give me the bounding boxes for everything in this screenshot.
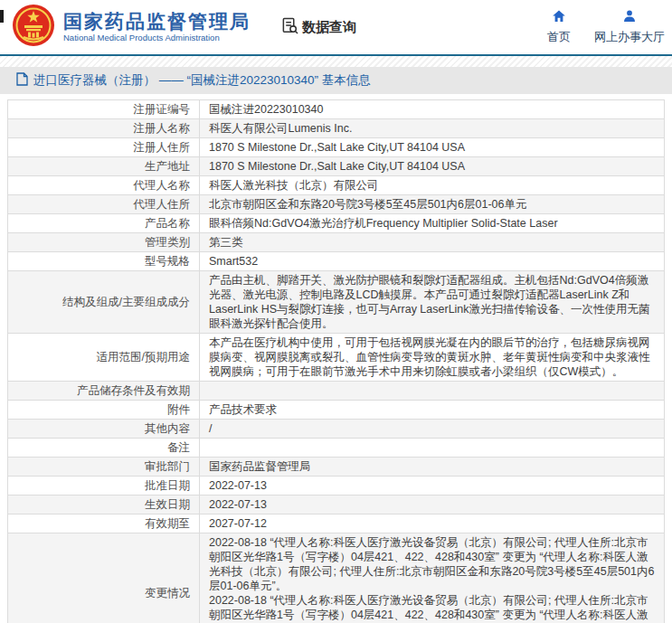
row-label: 型号规格: [8, 252, 200, 271]
nav-home-label: 首页: [547, 29, 571, 45]
row-value: 产品由主机、脚踏开关、激光防护眼镜和裂隙灯适配器组成。主机包括Nd:GdVO4倍…: [200, 271, 665, 334]
row-value: [200, 382, 665, 401]
home-icon: [552, 9, 566, 26]
table-row: 注册证编号国械注进20223010340: [8, 100, 665, 119]
table-row: 其他内容/: [8, 420, 665, 439]
row-value: 2022-07-13: [200, 477, 665, 496]
org-name-en: National Medical Products Administration: [63, 33, 251, 43]
national-emblem-icon: [11, 3, 56, 52]
row-value: 北京市朝阳区金和东路20号院3号楼5至45层501内6层01-06单元: [200, 195, 665, 214]
table-row: 结构及组成/主要组成成分产品由主机、脚踏开关、激光防护眼镜和裂隙灯适配器组成。主…: [8, 271, 665, 334]
main-content: 注册证编号国械注进20223010340注册人名称科医人有限公司Lumenis …: [0, 94, 672, 623]
table-row: 型号规格Smart532: [8, 252, 665, 271]
nav-home[interactable]: 首页: [547, 9, 571, 45]
row-label: 注册人名称: [8, 119, 200, 138]
row-label: 审批部门: [8, 458, 200, 477]
row-label: 产品储存条件及有效期: [8, 382, 200, 401]
page-doc-icon: [16, 72, 28, 90]
document-search-icon: [281, 17, 298, 37]
row-label: 其他内容: [8, 420, 200, 439]
breadcrumb: 进口医疗器械（注册） —— “国械注进20223010340” 基本信息: [0, 67, 672, 94]
hatch-divider: [0, 56, 672, 67]
person-icon: [622, 9, 637, 26]
row-value: 国家药品监督管理局: [200, 458, 665, 477]
row-value: 本产品在医疗机构中使用，可用于包括视网膜光凝在内的眼后节的治疗，包括糖尿病视网膜…: [200, 334, 665, 382]
table-row: 附件产品技术要求: [8, 401, 665, 420]
table-row: 代理人名称科医人激光科技（北京）有限公司: [8, 176, 665, 195]
data-query-link[interactable]: 数据查询: [281, 17, 356, 37]
table-row: 备注: [8, 439, 665, 458]
row-value: 1870 S Milestone Dr.,Salt Lake City,UT 8…: [200, 138, 665, 157]
row-label: 附件: [8, 401, 200, 420]
row-label: 注册人住所: [8, 138, 200, 157]
table-row: 适用范围/预期用途本产品在医疗机构中使用，可用于包括视网膜光凝在内的眼后节的治疗…: [8, 334, 665, 382]
site-logo[interactable]: 国家药品监督管理局 National Medical Products Admi…: [11, 3, 251, 52]
row-label: 管理类别: [8, 233, 200, 252]
page-title: 进口医疗器械（注册） —— “国械注进20223010340” 基本信息: [33, 72, 371, 89]
table-row: 注册人名称科医人有限公司Lumenis Inc.: [8, 119, 665, 138]
row-value: 产品技术要求: [200, 401, 665, 420]
table-row: 注册人住所1870 S Milestone Dr.,Salt Lake City…: [8, 138, 665, 157]
row-label: 适用范围/预期用途: [8, 334, 200, 382]
table-row: 批准日期2022-07-13: [8, 477, 665, 496]
screen-edge-artifact: [0, 10, 4, 23]
row-value: 2022-08-18 “代理人名称:科医人医疗激光设备贸易（北京）有限公司; 代…: [200, 533, 665, 623]
table-row: 变更情况2022-08-18 “代理人名称:科医人医疗激光设备贸易（北京）有限公…: [8, 533, 665, 623]
row-label: 备注: [8, 439, 200, 458]
table-row: 生产地址1870 S Milestone Dr.,Salt Lake City,…: [8, 157, 665, 176]
row-value: 科医人激光科技（北京）有限公司: [200, 176, 665, 195]
data-query-label: 数据查询: [302, 19, 356, 36]
row-label: 有效期至: [8, 514, 200, 533]
table-row: 代理人住所北京市朝阳区金和东路20号院3号楼5至45层501内6层01-06单元: [8, 195, 665, 214]
row-label: 代理人住所: [8, 195, 200, 214]
row-value: [200, 439, 665, 458]
table-row: 管理类别第三类: [8, 233, 665, 252]
row-label: 生产地址: [8, 157, 200, 176]
row-value: 国械注进20223010340: [200, 100, 665, 119]
row-label: 生效日期: [8, 496, 200, 514]
row-label: 产品名称: [8, 214, 200, 233]
row-value: 1870 S Milestone Dr.,Salt Lake City,UT 8…: [200, 157, 665, 176]
table-row: 产品储存条件及有效期: [8, 382, 665, 401]
table-row: 审批部门国家药品监督管理局: [8, 458, 665, 477]
info-table-body: 注册证编号国械注进20223010340注册人名称科医人有限公司Lumenis …: [8, 100, 665, 623]
row-value: 第三类: [200, 233, 665, 252]
row-label: 批准日期: [8, 477, 200, 496]
row-label: 注册证编号: [8, 100, 200, 119]
row-value: Smart532: [200, 252, 665, 271]
row-value: /: [200, 420, 665, 439]
row-label: 代理人名称: [8, 176, 200, 195]
row-value: 科医人有限公司Lumenis Inc.: [200, 119, 665, 138]
table-row: 有效期至2027-07-12: [8, 514, 665, 533]
nav-service-hall[interactable]: 网上办事大厅: [594, 9, 665, 45]
registration-info-table: 注册证编号国械注进20223010340注册人名称科医人有限公司Lumenis …: [7, 99, 665, 623]
row-label: 变更情况: [8, 533, 200, 623]
nav-service-hall-label: 网上办事大厅: [594, 29, 665, 45]
site-header: 国家药品监督管理局 National Medical Products Admi…: [0, 0, 672, 56]
row-value: 眼科倍频Nd:GdVO4激光治疗机Frequency Multiplier So…: [200, 214, 665, 233]
org-name-zh: 国家药品监督管理局: [63, 11, 251, 33]
row-label: 结构及组成/主要组成成分: [8, 271, 200, 334]
table-row: 产品名称眼科倍频Nd:GdVO4激光治疗机Frequency Multiplie…: [8, 214, 665, 233]
table-row: 生效日期2022-07-13: [8, 496, 665, 514]
row-value: 2022-07-13: [200, 496, 665, 514]
header-nav: 首页 网上办事大厅: [547, 9, 665, 45]
row-value: 2027-07-12: [200, 514, 665, 533]
